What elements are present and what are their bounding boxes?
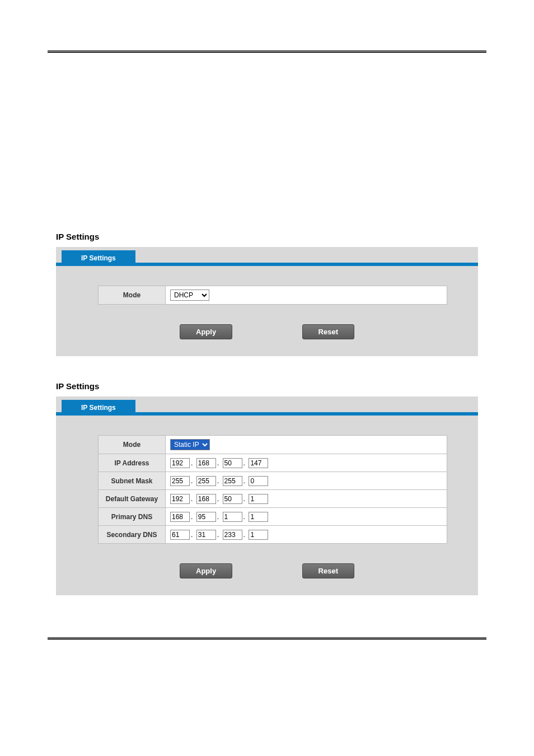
section2-panel: IP Settings Mode Static IP IP Address . … (56, 396, 478, 595)
section1-tab-ip-settings[interactable]: IP Settings (62, 250, 135, 266)
section2-gateway-cell: . . . (166, 490, 447, 508)
section2-subnet-octet4[interactable] (249, 476, 268, 486)
section2-gateway-octet4[interactable] (249, 494, 268, 504)
dot-separator: . (243, 531, 245, 539)
section1-mode-label: Mode (99, 286, 166, 305)
section2-ip-address-cell: . . . (166, 454, 447, 472)
section2-form-table: Mode Static IP IP Address . . . Subnet M… (98, 435, 447, 544)
dot-separator: . (191, 531, 193, 539)
section2-ip-octet3[interactable] (223, 458, 242, 468)
section2-gateway-octet1[interactable] (170, 494, 190, 504)
section1-heading: IP Settings (56, 232, 478, 241)
section2-reset-button[interactable]: Reset (302, 563, 354, 578)
dot-separator: . (217, 513, 219, 521)
section2-pdns-octet4[interactable] (249, 512, 268, 522)
section2-gateway-octet2[interactable] (196, 494, 216, 504)
section2-mode-select[interactable]: Static IP (170, 439, 210, 450)
section2-primary-dns-cell: . . . (166, 508, 447, 526)
section1-apply-button[interactable]: Apply (180, 324, 232, 339)
section1-reset-button[interactable]: Reset (302, 324, 354, 339)
section2-sdns-octet2[interactable] (196, 530, 216, 540)
section2-apply-button[interactable]: Apply (180, 563, 232, 578)
section2-subnet-octet1[interactable] (170, 476, 190, 486)
section2-gateway-label: Default Gateway (99, 490, 166, 508)
dot-separator: . (217, 477, 219, 485)
dot-separator: . (217, 495, 219, 503)
section2-sdns-octet3[interactable] (223, 530, 242, 540)
section2-sdns-octet4[interactable] (249, 530, 268, 540)
section2-sdns-octet1[interactable] (170, 530, 190, 540)
section2-primary-dns-label: Primary DNS (99, 508, 166, 526)
dot-separator: . (243, 459, 245, 467)
section2-subnet-mask-label: Subnet Mask (99, 472, 166, 490)
dot-separator: . (191, 459, 193, 467)
section2-ip-octet2[interactable] (196, 458, 216, 468)
section2-ip-octet4[interactable] (249, 458, 268, 468)
section2-subnet-octet3[interactable] (223, 476, 242, 486)
section2-secondary-dns-label: Secondary DNS (99, 526, 166, 544)
dot-separator: . (243, 495, 245, 503)
section2-tab-ip-settings[interactable]: IP Settings (62, 400, 135, 416)
dot-separator: . (217, 459, 219, 467)
section2-heading: IP Settings (56, 381, 478, 391)
section2-ip-octet1[interactable] (170, 458, 190, 468)
section2-gateway-octet3[interactable] (223, 494, 242, 504)
section2-subnet-mask-cell: . . . (166, 472, 447, 490)
section2-pdns-octet2[interactable] (196, 512, 216, 522)
section1-form-table: Mode DHCP (98, 286, 447, 305)
dot-separator: . (217, 531, 219, 539)
section2-button-row: Apply Reset (56, 563, 478, 578)
section2-pdns-octet3[interactable] (223, 512, 242, 522)
section1-tab-bar: IP Settings (56, 247, 478, 266)
section1-panel: IP Settings Mode DHCP Apply Reset (56, 247, 478, 356)
dot-separator: . (191, 495, 193, 503)
section2-subnet-octet2[interactable] (196, 476, 216, 486)
dot-separator: . (243, 477, 245, 485)
dot-separator: . (243, 513, 245, 521)
section2-ip-address-label: IP Address (99, 454, 166, 472)
section2-mode-label: Mode (99, 436, 166, 454)
section2-pdns-octet1[interactable] (170, 512, 190, 522)
section2-tab-bar: IP Settings (56, 396, 478, 416)
section1-button-row: Apply Reset (56, 324, 478, 339)
dot-separator: . (191, 513, 193, 521)
dot-separator: . (191, 477, 193, 485)
section2-secondary-dns-cell: . . . (166, 526, 447, 544)
section1-mode-select[interactable]: DHCP (170, 290, 209, 301)
